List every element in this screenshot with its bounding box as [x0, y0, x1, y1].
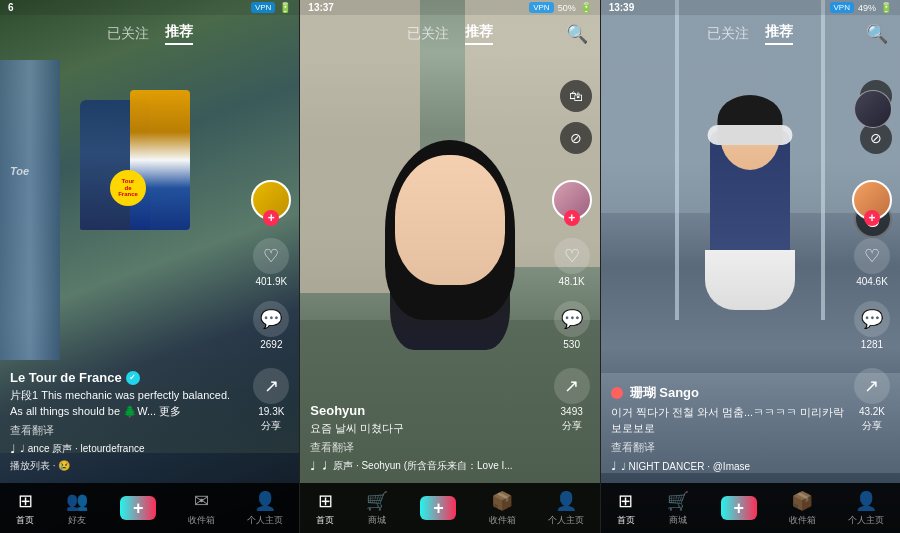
creator-avatar-1[interactable]: +: [251, 180, 291, 220]
nav-add-1[interactable]: +: [120, 496, 156, 520]
tour-badge: TourdeFrance: [110, 170, 146, 206]
video-desc-2: 요즘 날씨 미쳤다구: [310, 421, 544, 436]
share-action-3[interactable]: ↗ 43.2K 分享: [854, 368, 890, 433]
creator-avatar-2[interactable]: +: [552, 180, 592, 220]
nav-friends-1[interactable]: 👥 好友: [66, 490, 88, 527]
creator-avatar-3[interactable]: +: [852, 180, 892, 220]
translate-btn-2[interactable]: 查看翻译: [310, 440, 544, 455]
right-actions-1: + ♡ 401.9K 💬 2692 ↗ 19.3K 分享: [251, 180, 291, 433]
tab-recommended-2[interactable]: 推荐: [465, 23, 493, 45]
nav-home-1[interactable]: ⊞ 首页: [16, 490, 34, 527]
top-tabs-3: 已关注 推荐 🔍: [601, 15, 900, 49]
creator-name-1: Le Tour de France: [10, 370, 122, 385]
panel-station: 5 13:39 VPN 49% 🔋 已关注 推荐 🔍 🛍 ⊘ +: [601, 0, 900, 533]
follow-btn-2[interactable]: +: [564, 210, 580, 226]
panel-street: 13:37 VPN 50% 🔋 已关注 推荐 🔍 🛍 ⊘ + ♡ 48.: [300, 0, 600, 533]
bottom-nav-3: ⊞ 首页 🛒 商城 + 📦 收件箱 👤 个人主页: [601, 483, 900, 533]
video-desc-3: 이거 찍다가 전철 와서 멈춤...ㅋㅋㅋㅋ 미리카락 보로보로: [611, 405, 845, 436]
bottom-info-2: Seohyun 요즘 날씨 미쳤다구 查看翻译 ♩ ♩ 原声 · Seohyun…: [310, 403, 544, 473]
status-time-3: 13:39: [609, 2, 635, 13]
music-info-1: ♩ ♩ ance 原声 · letourdefrance: [10, 442, 244, 456]
nav-inbox-1[interactable]: ✉ 收件箱: [188, 490, 215, 527]
panel-cycling: Toe 6 VPN 🔋 已关注 推荐 + ♡ 401.9K: [0, 0, 300, 533]
share-action-1[interactable]: ↗ 19.3K 分享: [253, 368, 289, 433]
nav-shop-2[interactable]: 🛒 商城: [366, 490, 388, 527]
cancel-icon-2[interactable]: ⊘: [560, 122, 592, 154]
comment-action-2[interactable]: 💬 530: [554, 301, 590, 350]
status-vpn-3: VPN: [830, 2, 854, 13]
shop-icon-2[interactable]: 🛍: [560, 80, 592, 112]
music-info-3: ♩ ♩ NIGHT DANCER · @Imase: [611, 459, 845, 473]
bottom-nav-2: ⊞ 首页 🛒 商城 + 📦 收件箱 👤 个人主页: [300, 483, 599, 533]
tab-following-1[interactable]: 已关注: [107, 25, 149, 43]
music-info-2: ♩ ♩ 原声 · Seohyun (所含音乐来自：Love I...: [310, 459, 544, 473]
translate-btn-3[interactable]: 查看翻译: [611, 440, 845, 455]
nav-add-2[interactable]: +: [420, 496, 456, 520]
playlist-bar-1[interactable]: 播放列表 · 😢: [10, 459, 244, 473]
status-vpn-2: VPN: [529, 2, 553, 13]
top-tabs-2: 已关注 推荐 🔍: [300, 15, 599, 49]
status-battery-2: 50%: [558, 3, 576, 13]
like-action-3[interactable]: ♡ 404.6K: [854, 238, 890, 287]
follow-btn-3[interactable]: +: [864, 210, 880, 226]
nav-add-3[interactable]: +: [721, 496, 757, 520]
status-battery-3: 49%: [858, 3, 876, 13]
status-time-2: 13:37: [308, 2, 334, 13]
sango-coral-icon: [611, 387, 623, 399]
nav-profile-3[interactable]: 👤 个人主页: [848, 490, 884, 527]
right-actions-2: + ♡ 48.1K 💬 530 ↗ 3493 分享: [552, 180, 592, 433]
right-actions-3: + ♡ 404.6K 💬 1281 ↗ 43.2K 分享: [852, 180, 892, 433]
like-action-2[interactable]: ♡ 48.1K: [554, 238, 590, 287]
status-vpn-1: VPN: [251, 2, 275, 13]
top-tabs-1: 已关注 推荐: [0, 15, 299, 49]
follow-btn-1[interactable]: +: [263, 210, 279, 226]
nav-profile-2[interactable]: 👤 个人主页: [548, 490, 584, 527]
search-icon-2[interactable]: 🔍: [566, 23, 588, 45]
nav-home-3[interactable]: ⊞ 首页: [617, 490, 635, 527]
side-icons-2: 🛍 ⊘: [560, 80, 592, 154]
translate-btn-1[interactable]: 查看翻译: [10, 423, 244, 438]
share-action-2[interactable]: ↗ 3493 分享: [554, 368, 590, 433]
tab-following-3[interactable]: 已关注: [707, 25, 749, 43]
nav-shop-3[interactable]: 🛒 商城: [667, 490, 689, 527]
search-icon-3[interactable]: 🔍: [866, 23, 888, 45]
nav-home-2[interactable]: ⊞ 首页: [316, 490, 334, 527]
creator-name-2: Seohyun: [310, 403, 365, 418]
nav-inbox-3[interactable]: 📦 收件箱: [789, 490, 816, 527]
like-action-1[interactable]: ♡ 401.9K: [253, 238, 289, 287]
nav-profile-1[interactable]: 👤 个人主页: [247, 490, 283, 527]
nav-inbox-2[interactable]: 📦 收件箱: [489, 490, 516, 527]
small-avatar-top-3[interactable]: [854, 90, 892, 128]
tab-recommended-3[interactable]: 推荐: [765, 23, 793, 45]
creator-name-3: 珊瑚 Sango: [630, 384, 699, 402]
tab-recommended-1[interactable]: 推荐: [165, 23, 193, 45]
bottom-info-1: Le Tour de France ✓ 片段1 This mechanic wa…: [10, 370, 244, 473]
tab-following-2[interactable]: 已关注: [407, 25, 449, 43]
video-desc-1: 片段1 This mechanic was perfectly balanced…: [10, 388, 244, 419]
comment-action-1[interactable]: 💬 2692: [253, 301, 289, 350]
verified-badge-1: ✓: [126, 371, 140, 385]
comment-action-3[interactable]: 💬 1281: [854, 301, 890, 350]
status-battery-1: 6: [8, 2, 14, 13]
bottom-info-3: 珊瑚 Sango 이거 찍다가 전철 와서 멈춤...ㅋㅋㅋㅋ 미리카락 보로보…: [611, 384, 845, 473]
bottom-nav-1: ⊞ 首页 👥 好友 + ✉ 收件箱 👤 个人主页: [0, 483, 299, 533]
